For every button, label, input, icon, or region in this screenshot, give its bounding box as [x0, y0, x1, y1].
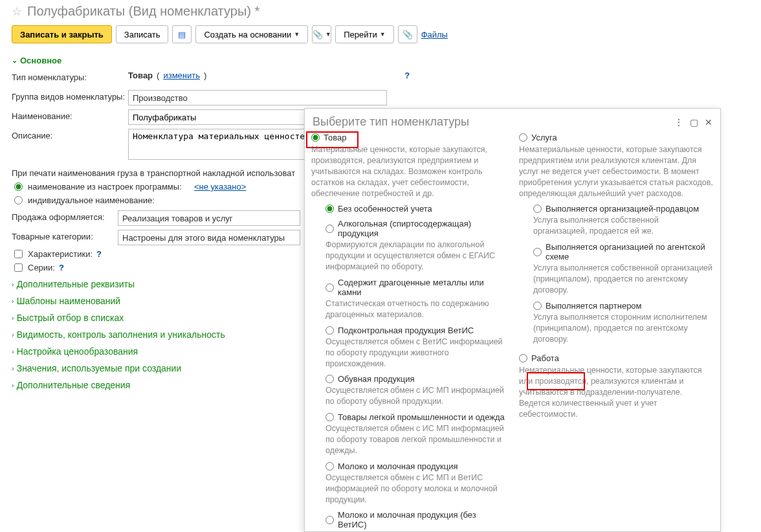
sale-select[interactable]: Реализация товаров и услуг	[118, 210, 300, 226]
radio-sub-1[interactable]	[325, 225, 334, 233]
popup-title: Выберите тип номенклатуры	[313, 115, 469, 129]
popup-col-right: Услуга Нематериальные ценности, которые …	[519, 133, 714, 525]
goto-button[interactable]: Перейти ▼	[335, 25, 393, 43]
maximize-icon[interactable]: ▢	[690, 117, 698, 127]
radio-sub-0[interactable]	[325, 205, 334, 213]
save-close-button[interactable]: Записать и закрыть	[12, 25, 112, 43]
group-label: Группа видов номенклатуры:	[12, 90, 128, 102]
files-link[interactable]: Файлы	[421, 30, 448, 39]
attach-icon: 📎	[313, 30, 323, 39]
radio-individual[interactable]	[14, 196, 23, 205]
group-select[interactable]: Производство	[128, 90, 387, 105]
cat-label: Товарные категории:	[12, 230, 118, 241]
type-selector-popup: Выберите тип номенклатуры ⋮ ▢ ✕ Товар Ма…	[304, 108, 721, 532]
attach-button[interactable]: 📎▼	[312, 25, 331, 43]
chevron-right-icon: ›	[12, 364, 14, 372]
chevron-right-icon: ›	[12, 297, 14, 305]
radio-usub-1[interactable]	[533, 248, 542, 256]
chevron-down-icon: ▼	[380, 31, 386, 38]
paperclip-icon: 📎	[403, 30, 413, 39]
radio-usub-0[interactable]	[533, 205, 542, 213]
clip-button[interactable]: 📎	[398, 25, 417, 43]
desc-label: Описание:	[12, 129, 128, 140]
popup-col-left: Товар Материальные ценности, которые зак…	[311, 133, 506, 525]
not-set-link[interactable]: <не указано>	[194, 182, 246, 192]
radio-sub-6[interactable]	[325, 462, 334, 471]
chevron-right-icon: ›	[12, 280, 14, 288]
radio-sub-2[interactable]	[325, 283, 334, 292]
page-title: Полуфабрикаты (Вид номенклатуры) *	[27, 4, 259, 19]
radio-program[interactable]	[14, 183, 23, 191]
help-icon[interactable]: ?	[404, 71, 410, 80]
save-button[interactable]: Записать	[116, 25, 169, 43]
sale-label: Продажа оформляется:	[12, 210, 118, 222]
favorite-star-icon[interactable]: ☆	[12, 5, 22, 19]
report-icon: ▤	[178, 30, 186, 39]
radio-rabota[interactable]	[519, 354, 527, 362]
chevron-right-icon: ›	[12, 331, 14, 338]
radio-usluga[interactable]	[519, 133, 527, 142]
chevron-right-icon: ›	[12, 314, 14, 322]
type-label: Тип номенклатуры:	[12, 71, 128, 82]
chevron-right-icon: ›	[12, 348, 14, 355]
type-value: Товар	[128, 71, 153, 80]
radio-sub-7[interactable]	[325, 516, 334, 524]
radio-usub-2[interactable]	[533, 302, 542, 310]
radio-sub-5[interactable]	[325, 413, 334, 421]
help-icon[interactable]: ?	[59, 263, 64, 272]
check-characteristics[interactable]	[14, 250, 23, 258]
name-label: Наименование:	[12, 109, 128, 121]
more-icon[interactable]: ⋮	[674, 117, 683, 127]
chevron-down-icon: ▼	[294, 31, 300, 38]
radio-sub-4[interactable]	[325, 375, 334, 383]
check-series[interactable]	[14, 263, 23, 272]
report-button[interactable]: ▤	[172, 25, 192, 43]
type-change-link[interactable]: изменить	[163, 71, 200, 80]
chevron-right-icon: ›	[12, 381, 14, 389]
radio-sub-3[interactable]	[325, 326, 334, 335]
create-based-button[interactable]: Создать на основании ▼	[195, 25, 308, 43]
close-icon[interactable]: ✕	[705, 117, 712, 127]
section-main-header[interactable]: ⌄ Основное	[12, 56, 749, 65]
toolbar: Записать и закрыть Записать ▤ Создать на…	[0, 19, 761, 50]
help-icon[interactable]: ?	[96, 249, 102, 259]
chevron-down-icon: ▼	[325, 31, 331, 38]
chevron-down-icon: ⌄	[12, 56, 17, 65]
radio-tovar[interactable]	[311, 133, 320, 142]
cat-select[interactable]: Настроены для этого вида номенклатуры	[118, 230, 300, 245]
